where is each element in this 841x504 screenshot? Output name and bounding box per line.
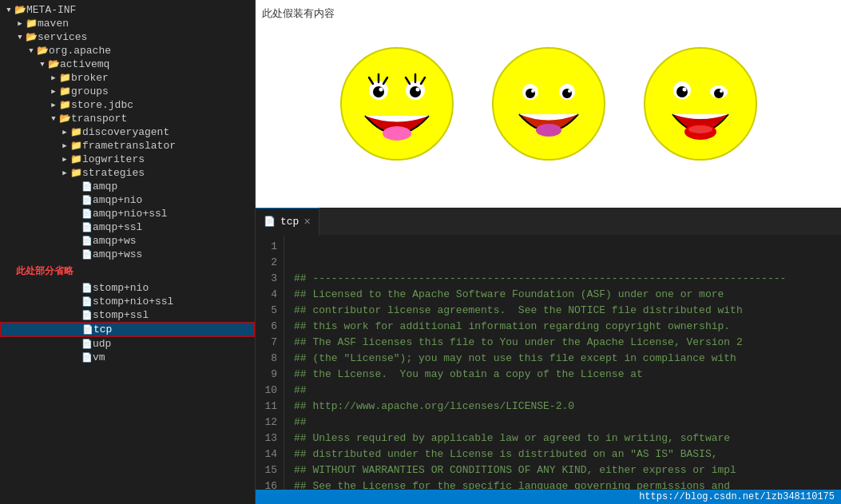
tree-item-stomp-nio[interactable]: stomp+nio (0, 281, 255, 295)
tab-file-icon: 📄 (264, 216, 276, 228)
tree-label: strategies (82, 167, 145, 179)
smiley-container (337, 44, 760, 164)
tree-item-discoveryagent[interactable]: discoveryagent (0, 125, 255, 139)
folder-icon (26, 31, 38, 43)
expand-arrow (14, 19, 26, 28)
line-number: 14 (262, 446, 277, 462)
tab-label: tcp (280, 216, 299, 228)
tab-tcp[interactable]: 📄 tcp × (256, 208, 319, 236)
omit-note: 此处部分省略 (0, 261, 255, 281)
tree-item-stomp-ssl[interactable]: stomp+ssl (0, 308, 255, 322)
tree-label: amqp+wss (93, 248, 142, 260)
tree-label: vm (93, 351, 105, 363)
tree-item-vm[interactable]: vm (0, 351, 255, 364)
code-line: ## See the License for the specific lang… (294, 478, 841, 490)
file-tree-panel[interactable]: META-INF maven services org.apache activ… (0, 0, 256, 504)
folder-icon (59, 72, 71, 84)
folder-icon (70, 126, 82, 138)
tab-close-button[interactable]: × (303, 216, 310, 228)
tree-item-amqp-nio[interactable]: amqp+nio (0, 193, 255, 207)
file-icon (81, 235, 93, 247)
code-line: ## (the "License"); you may not use this… (294, 351, 841, 367)
folder-icon (37, 45, 49, 57)
line-number: 11 (262, 399, 277, 415)
tree-label: logwriters (82, 153, 145, 165)
svg-point-9 (415, 88, 419, 92)
line-number: 16 (262, 478, 277, 490)
svg-point-14 (493, 48, 605, 160)
line-number: 10 (262, 383, 277, 399)
tree-label: stomp+nio (93, 282, 149, 294)
svg-point-2 (373, 86, 384, 97)
tree-item-udp[interactable]: udp (0, 337, 255, 351)
tree-item-org-apache[interactable]: org.apache (0, 44, 255, 58)
tree-label: tcp (93, 323, 112, 335)
tree-item-amqp-ws[interactable]: amqp+ws (0, 234, 255, 248)
right-panel: 此处假装有内容 (256, 0, 841, 504)
code-line: ## distributed under the License is dist… (294, 446, 841, 462)
tree-item-amqp-ssl[interactable]: amqp+ssl (0, 220, 255, 234)
file-icon (81, 208, 93, 220)
folder-icon (70, 140, 82, 152)
tree-item-broker[interactable]: broker (0, 71, 255, 85)
image-area: 此处假装有内容 (256, 0, 841, 208)
tree-item-tcp[interactable]: tcp (0, 322, 255, 337)
tree-item-frametranslator[interactable]: frametranslator (0, 139, 255, 153)
folder-icon (59, 85, 71, 97)
code-line: ## -------------------------------------… (294, 271, 841, 287)
tree-item-services[interactable]: services (0, 30, 255, 44)
file-icon (81, 309, 93, 321)
expand-arrow (59, 141, 70, 150)
svg-point-20 (568, 89, 571, 93)
line-number: 2 (262, 255, 277, 271)
tree-item-activemq[interactable]: activemq (0, 58, 255, 71)
tree-item-strategies[interactable]: strategies (0, 166, 255, 180)
tree-label: activemq (60, 58, 109, 70)
tree-item-transport[interactable]: transport (0, 112, 255, 125)
tree-label: amqp (93, 181, 117, 192)
folder-icon (48, 58, 60, 70)
svg-point-22 (645, 48, 756, 160)
tree-label: groups (71, 85, 109, 97)
code-content: ## -------------------------------------… (284, 236, 841, 490)
code-line: ## Unless required by applicable law or … (294, 431, 841, 446)
expand-arrow (26, 46, 37, 55)
expand-arrow (48, 101, 59, 109)
tree-item-amqp[interactable]: amqp (0, 180, 255, 193)
expand-arrow (48, 114, 59, 123)
line-number: 13 (262, 431, 277, 446)
tree-label: amqp+ws (93, 235, 137, 247)
code-line: ## WITHOUT WARRANTIES OR CONDITIONS OF A… (294, 462, 841, 478)
file-icon (81, 282, 93, 294)
svg-point-25 (682, 88, 686, 92)
tree-item-amqp-wss[interactable]: amqp+wss (0, 248, 255, 261)
smiley-red-lips (641, 44, 760, 164)
tree-label: maven (38, 18, 69, 30)
svg-point-13 (383, 126, 411, 141)
tree-item-logwriters[interactable]: logwriters (0, 153, 255, 166)
line-number: 5 (262, 303, 277, 319)
tree-item-stomp-nio-ssl[interactable]: stomp+nio+ssl (0, 295, 255, 308)
tree-label: stomp+nio+ssl (93, 296, 173, 308)
tree-label: store.jdbc (71, 99, 133, 111)
expand-arrow (59, 155, 70, 164)
tree-item-amqp-nio-ssl[interactable]: amqp+nio+ssl (0, 207, 255, 220)
line-number: 4 (262, 287, 277, 303)
tree-label: amqp+nio (93, 194, 142, 206)
line-number: 6 (262, 319, 277, 335)
expand-arrow (37, 60, 48, 69)
tree-item-groups[interactable]: groups (0, 85, 255, 98)
svg-point-8 (410, 86, 421, 97)
line-number: 12 (262, 415, 277, 431)
tree-label: stomp+ssl (93, 309, 149, 321)
tree-item-maven[interactable]: maven (0, 17, 255, 30)
line-numbers: 123456789101112131415161718 (256, 236, 284, 490)
line-number: 7 (262, 335, 277, 351)
tree-item-store-jdbc[interactable]: store.jdbc (0, 98, 255, 112)
expand-arrow (48, 87, 59, 96)
file-icon (81, 181, 93, 192)
line-number: 3 (262, 271, 277, 287)
tree-item-meta-inf[interactable]: META-INF (0, 3, 255, 17)
tree-label: amqp+nio+ssl (93, 208, 168, 220)
tree-label: META-INF (26, 4, 76, 16)
